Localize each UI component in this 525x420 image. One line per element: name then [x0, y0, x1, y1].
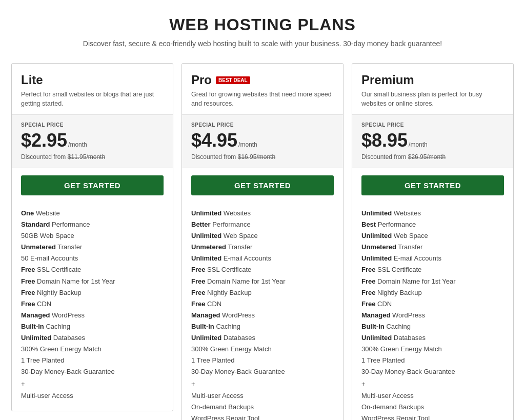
- feature-item: On-demand Backups: [361, 402, 504, 413]
- plan-desc-lite: Perfect for small websites or blogs that…: [21, 90, 164, 108]
- special-price-label-lite: SPECIAL PRICE: [21, 122, 164, 128]
- price-row-pro: $4.95/month: [191, 130, 334, 151]
- plan-features-pro: Unlimited WebsitesBetter PerformanceUnli…: [182, 203, 343, 420]
- feature-item: Free Domain Name for 1st Year: [21, 276, 164, 287]
- feature-item: Free SSL Certificate: [361, 264, 504, 275]
- plan-header-lite: LitePerfect for small websites or blogs …: [12, 64, 173, 114]
- feature-item: Better Performance: [191, 219, 334, 230]
- plan-name-lite: Lite: [21, 73, 43, 87]
- feature-item: 1 Tree Planted: [191, 355, 334, 366]
- feature-item: Managed WordPress: [361, 310, 504, 321]
- feature-item: Unlimited Databases: [21, 332, 164, 344]
- feature-item: Multi-user Access: [361, 390, 504, 402]
- feature-item: 300% Green Energy Match: [21, 344, 164, 355]
- feature-item: 300% Green Energy Match: [361, 344, 504, 355]
- price-per-month-lite: /month: [68, 141, 87, 148]
- feature-item: Free SSL Certificate: [191, 264, 334, 275]
- feature-item: On-demand Backups: [191, 402, 334, 413]
- price-discounted-lite: Discounted from $11.95/month: [21, 153, 164, 161]
- feature-item: Unlimited Web Space: [361, 230, 504, 242]
- feature-item: Unlimited E-mail Accounts: [191, 253, 334, 264]
- price-discounted-premium: Discounted from $26.95/month: [361, 153, 504, 161]
- plan-card-pro: ProBEST DEALGreat for growing websites t…: [181, 63, 344, 420]
- price-per-month-pro: /month: [238, 141, 257, 148]
- feature-item: Free Domain Name for 1st Year: [191, 276, 334, 287]
- feature-item: 1 Tree Planted: [21, 355, 164, 366]
- price-row-premium: $8.95/month: [361, 130, 504, 151]
- feature-item: 50GB Web Space: [21, 230, 164, 242]
- feature-item: Managed WordPress: [191, 310, 334, 321]
- feature-item: Free SSL Certificate: [21, 264, 164, 275]
- page-header: WEB HOSTING PLANS Discover fast, secure …: [10, 15, 515, 48]
- feature-item: Free CDN: [361, 298, 504, 310]
- plan-pricing-lite: SPECIAL PRICE$2.95/monthDiscounted from …: [12, 114, 173, 168]
- price-row-lite: $2.95/month: [21, 130, 164, 151]
- feature-item: One Website: [21, 208, 164, 219]
- plan-features-lite: One WebsiteStandard Performance50GB Web …: [12, 203, 173, 411]
- feature-item: +: [21, 378, 164, 390]
- feature-item: Unlimited Databases: [361, 332, 504, 344]
- plan-header-pro: ProBEST DEALGreat for growing websites t…: [182, 64, 343, 114]
- price-dollar-premium: $8.95: [361, 130, 408, 151]
- plan-card-lite: LitePerfect for small websites or blogs …: [11, 63, 173, 411]
- special-price-label-premium: SPECIAL PRICE: [361, 122, 504, 128]
- feature-item: Built-in Caching: [191, 321, 334, 332]
- plan-cta-pro: GET STARTED: [182, 168, 343, 203]
- feature-item: Unlimited E-mail Accounts: [361, 253, 504, 264]
- feature-item: +: [361, 378, 504, 390]
- feature-item: WordPress Repair Tool: [361, 413, 504, 420]
- plan-cta-premium: GET STARTED: [352, 168, 513, 203]
- plan-name-row-lite: Lite: [21, 73, 164, 87]
- feature-item: Unlimited Websites: [361, 208, 504, 219]
- feature-item: Free Domain Name for 1st Year: [361, 276, 504, 287]
- get-started-button-premium[interactable]: GET STARTED: [361, 175, 504, 195]
- plan-header-premium: PremiumOur small business plan is perfec…: [352, 64, 513, 114]
- get-started-button-lite[interactable]: GET STARTED: [21, 175, 164, 195]
- plan-name-pro: Pro: [191, 73, 212, 87]
- feature-item: Unmetered Transfer: [21, 242, 164, 253]
- feature-item: Built-in Caching: [21, 321, 164, 332]
- plan-cta-lite: GET STARTED: [12, 168, 173, 203]
- feature-item: Unlimited Web Space: [191, 230, 334, 242]
- plan-desc-premium: Our small business plan is perfect for b…: [361, 90, 504, 108]
- best-deal-badge-pro: BEST DEAL: [216, 76, 250, 84]
- price-per-month-premium: /month: [409, 141, 428, 148]
- plan-desc-pro: Great for growing websites that need mor…: [191, 90, 334, 108]
- feature-item: 30-Day Money-Back Guarantee: [361, 366, 504, 377]
- plan-features-premium: Unlimited WebsitesBest PerformanceUnlimi…: [352, 203, 513, 420]
- page-title: WEB HOSTING PLANS: [10, 15, 515, 34]
- feature-item: Standard Performance: [21, 219, 164, 230]
- feature-item: 30-Day Money-Back Guarantee: [21, 366, 164, 377]
- feature-item: Multi-user Access: [21, 390, 164, 402]
- get-started-button-pro[interactable]: GET STARTED: [191, 175, 334, 195]
- plan-name-row-pro: ProBEST DEAL: [191, 73, 334, 87]
- plan-name-row-premium: Premium: [361, 73, 504, 87]
- plan-card-premium: PremiumOur small business plan is perfec…: [352, 63, 514, 420]
- feature-item: 300% Green Energy Match: [191, 344, 334, 355]
- feature-item: 30-Day Money-Back Guarantee: [191, 366, 334, 377]
- feature-item: +: [191, 378, 334, 390]
- feature-item: Built-in Caching: [361, 321, 504, 332]
- feature-item: Free CDN: [191, 298, 334, 310]
- special-price-label-pro: SPECIAL PRICE: [191, 122, 334, 128]
- feature-item: WordPress Repair Tool: [191, 413, 334, 420]
- price-dollar-lite: $2.95: [21, 130, 67, 151]
- feature-item: 50 E-mail Accounts: [21, 253, 164, 264]
- feature-item: Multi-user Access: [191, 390, 334, 402]
- plan-pricing-pro: SPECIAL PRICE$4.95/monthDiscounted from …: [182, 114, 343, 168]
- feature-item: Free Nightly Backup: [361, 287, 504, 298]
- feature-item: Free Nightly Backup: [191, 287, 334, 298]
- feature-item: Unlimited Websites: [191, 208, 334, 219]
- feature-item: Unlimited Databases: [191, 332, 334, 344]
- plan-pricing-premium: SPECIAL PRICE$8.95/monthDiscounted from …: [352, 114, 513, 168]
- feature-item: Free Nightly Backup: [21, 287, 164, 298]
- page-subtitle: Discover fast, secure & eco-friendly web…: [10, 39, 515, 48]
- feature-item: Unmetered Transfer: [191, 242, 334, 253]
- price-dollar-pro: $4.95: [191, 130, 237, 151]
- feature-item: Free CDN: [21, 298, 164, 310]
- feature-item: 1 Tree Planted: [361, 355, 504, 366]
- plans-container: LitePerfect for small websites or blogs …: [11, 63, 514, 420]
- price-discounted-pro: Discounted from $16.95/month: [191, 153, 334, 161]
- feature-item: Unmetered Transfer: [361, 242, 504, 253]
- feature-item: Managed WordPress: [21, 310, 164, 321]
